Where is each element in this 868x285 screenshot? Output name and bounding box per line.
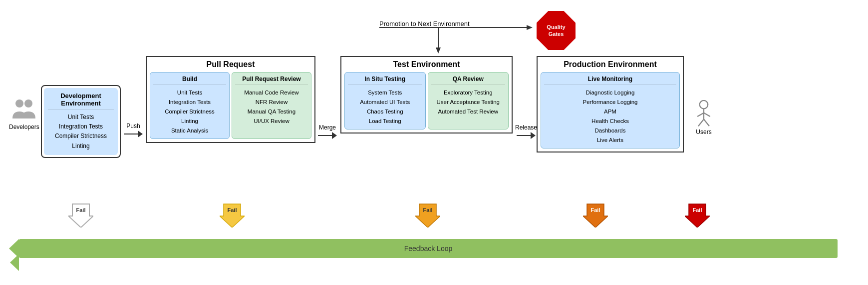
pull-request-box: Pull Request Build Unit TestsIntegration… (146, 56, 315, 143)
dev-env-items: Unit TestsIntegration TestsCompiler Stri… (48, 112, 114, 151)
svg-line-10 (704, 113, 710, 116)
quality-gates-text: QualityGates (547, 24, 565, 38)
push-arrow: Push (124, 122, 143, 138)
users-section: Users (693, 100, 715, 136)
feedback-loop-container: Feedback Loop (19, 239, 838, 258)
developers-section: Developers (9, 98, 39, 130)
qa-review-items: Exploratory TestingUser Acceptance Testi… (431, 88, 506, 116)
promotion-label: Promotion to Next Environment (379, 20, 470, 28)
users-label: Users (696, 128, 711, 136)
pull-request-title: Pull Request (147, 57, 314, 72)
in-situ-items: System TestsAutomated UI TestsChaos Test… (348, 88, 422, 126)
pr-review-box: Pull Request Review Manual Code ReviewNF… (232, 72, 311, 139)
svg-text:Fail: Fail (591, 207, 600, 213)
main-diagram: Promotion to Next Environment QualityGat… (0, 0, 868, 285)
svg-marker-1 (527, 25, 533, 30)
push-label: Push (126, 122, 140, 130)
merge-label: Merge (319, 124, 336, 131)
in-situ-box: In Situ Testing System TestsAutomated UI… (344, 72, 426, 130)
merge-arrow: Merge (318, 124, 337, 139)
fail-5: Fail (685, 200, 710, 229)
fail-1: Fail (68, 200, 93, 229)
build-box: Build Unit TestsIntegration TestsCompile… (150, 72, 230, 139)
svg-line-11 (698, 120, 704, 126)
fail-2: Fail (220, 200, 245, 229)
svg-text:Fail: Fail (76, 207, 86, 213)
test-env-box: Test Environment In Situ Testing System … (340, 56, 513, 134)
dev-env-box: DevelopmentEnvironment Unit TestsIntegra… (41, 85, 121, 158)
fail-4: Fail (583, 200, 608, 229)
svg-point-5 (15, 100, 23, 108)
developers-icon (10, 98, 38, 122)
svg-line-9 (697, 113, 704, 116)
feedback-loop-label: Feedback Loop (404, 244, 453, 252)
pr-review-title: Pull Request Review (235, 76, 308, 85)
svg-text:Fail: Fail (423, 207, 433, 213)
svg-point-7 (700, 100, 708, 109)
build-items: Unit TestsIntegration TestsCompiler Stri… (153, 88, 226, 136)
pr-review-items: Manual Code ReviewNFR ReviewManual QA Te… (235, 88, 308, 126)
dev-env-title: DevelopmentEnvironment (48, 92, 114, 110)
in-situ-title: In Situ Testing (348, 76, 422, 85)
release-label: Release (515, 124, 537, 131)
dev-env-inner: DevelopmentEnvironment Unit TestsIntegra… (44, 88, 118, 155)
prod-env-box: Production Environment Live Monitoring D… (537, 56, 684, 152)
fail-3: Fail (415, 200, 440, 229)
live-monitoring-items: Diagnostic LoggingPerformance LoggingAPM… (544, 88, 676, 145)
prod-env-title: Production Environment (538, 57, 683, 72)
svg-text:Fail: Fail (693, 207, 702, 213)
feedback-loop-arrow: Feedback Loop (19, 239, 838, 258)
qa-review-box: QA Review Exploratory TestingUser Accept… (428, 72, 509, 130)
live-monitoring-title: Live Monitoring (544, 76, 676, 85)
quality-gates-badge: QualityGates (537, 11, 576, 50)
build-title: Build (153, 76, 226, 85)
svg-marker-3 (436, 48, 441, 54)
developers-label: Developers (9, 124, 39, 130)
release-arrow: Release (515, 124, 537, 139)
test-env-title: Test Environment (341, 57, 512, 72)
live-monitoring-box: Live Monitoring Diagnostic LoggingPerfor… (541, 72, 680, 148)
svg-text:Fail: Fail (228, 207, 237, 213)
svg-line-12 (704, 120, 709, 126)
svg-point-6 (24, 100, 32, 108)
qa-review-title: QA Review (431, 76, 506, 85)
users-icon (693, 100, 715, 128)
